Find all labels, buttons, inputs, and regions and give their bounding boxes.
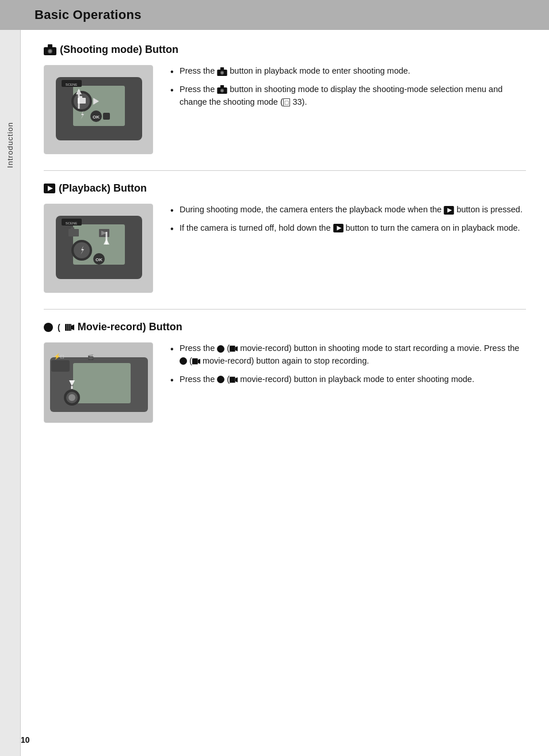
shooting-mode-bullets: Press the button in playback mode to ent… bbox=[169, 65, 526, 114]
shooting-bullet-2: Press the button in shooting mode to dis… bbox=[169, 83, 526, 109]
play-icon bbox=[44, 184, 55, 193]
svg-text:OK: OK bbox=[93, 114, 100, 120]
movie-image: ⚡□ 🎬 bbox=[44, 342, 153, 423]
movie-icon-title bbox=[65, 323, 74, 332]
svg-text:🎬: 🎬 bbox=[87, 354, 94, 361]
section-title-playback: (Playback) Button bbox=[44, 182, 526, 194]
divider-2 bbox=[44, 309, 526, 310]
movie-body: ⚡□ 🎬 Press the ( movie-record) bbox=[44, 342, 526, 423]
svg-marker-75 bbox=[235, 377, 238, 382]
section-movie-record: ( Movie-record) Button bbox=[44, 321, 526, 423]
movie-icon-inline3 bbox=[230, 376, 238, 384]
shooting-mode-body: SCENE OK bbox=[44, 65, 526, 154]
playback-bullets: During shooting mode, the camera enters … bbox=[169, 204, 523, 240]
section-title-movie: ( Movie-record) Button bbox=[44, 321, 526, 333]
header-bar: Basic Operations bbox=[0, 0, 549, 30]
svg-point-67 bbox=[217, 345, 224, 353]
shooting-mode-image: SCENE OK bbox=[44, 65, 153, 154]
playback-image: SCENE OK bbox=[44, 204, 153, 293]
svg-rect-21 bbox=[220, 67, 224, 70]
svg-marker-52 bbox=[71, 324, 74, 330]
svg-rect-36 bbox=[71, 227, 74, 230]
svg-rect-12 bbox=[79, 96, 82, 99]
svg-point-23 bbox=[221, 71, 223, 74]
svg-marker-69 bbox=[235, 346, 238, 352]
movie-bullet-1: Press the ( movie-record) button in shoo… bbox=[169, 342, 526, 368]
circle-icon-inline1 bbox=[217, 345, 224, 353]
svg-rect-71 bbox=[192, 358, 198, 365]
svg-rect-1 bbox=[48, 44, 52, 48]
shooting-bullet-1: Press the button in playback mode to ent… bbox=[169, 65, 526, 78]
shooting-mode-svg: SCENE OK bbox=[44, 66, 153, 154]
svg-rect-25 bbox=[220, 85, 224, 88]
movie-icon-inline2 bbox=[192, 357, 200, 365]
page-number: 10 bbox=[21, 735, 30, 744]
paren-open: ( bbox=[58, 323, 60, 332]
playback-bullet-2: If the camera is turned off, hold down t… bbox=[169, 222, 523, 235]
sidebar-text: Introduction bbox=[6, 122, 14, 168]
book-ref-1: □ bbox=[283, 98, 291, 106]
movie-bullets: Press the ( movie-record) button in shoo… bbox=[169, 342, 526, 391]
svg-rect-74 bbox=[230, 376, 235, 383]
circle-icon-inline3 bbox=[217, 376, 224, 383]
svg-point-3 bbox=[49, 50, 52, 53]
movie-icon-inline1 bbox=[230, 345, 238, 353]
movie-title: Movie-record) Button bbox=[78, 321, 182, 333]
svg-text:SCENE: SCENE bbox=[66, 222, 78, 225]
circle-icon-title bbox=[44, 323, 53, 332]
svg-text:SCENE: SCENE bbox=[66, 83, 78, 86]
svg-rect-59 bbox=[51, 360, 70, 372]
main-content: (Shooting mode) Button SCENE bbox=[21, 30, 549, 462]
svg-point-27 bbox=[221, 90, 223, 92]
section-title-shooting: (Shooting mode) Button bbox=[44, 44, 526, 56]
section-shooting-mode: (Shooting mode) Button SCENE bbox=[44, 44, 526, 154]
svg-rect-17 bbox=[103, 113, 110, 120]
play-icon-inline2 bbox=[333, 224, 344, 232]
shooting-mode-title: (Shooting mode) Button bbox=[60, 44, 178, 56]
svg-marker-72 bbox=[197, 359, 200, 364]
play-icon-inline1 bbox=[444, 206, 454, 215]
movie-svg: ⚡□ 🎬 bbox=[44, 343, 153, 423]
page-title: Basic Operations bbox=[35, 7, 142, 22]
svg-text:OK: OK bbox=[96, 257, 102, 262]
sidebar-label: Introduction bbox=[0, 30, 21, 756]
svg-rect-68 bbox=[230, 346, 235, 352]
divider-1 bbox=[44, 170, 526, 171]
playback-body: SCENE OK bbox=[44, 204, 526, 293]
circle-icon-inline2 bbox=[180, 357, 187, 365]
svg-rect-58 bbox=[73, 363, 131, 403]
camera-icon-inline bbox=[217, 67, 227, 76]
svg-point-50 bbox=[44, 323, 53, 332]
svg-point-73 bbox=[217, 376, 224, 383]
playback-bullet-1: During shooting mode, the camera enters … bbox=[169, 204, 523, 216]
section-playback: (Playback) Button SCENE bbox=[44, 182, 526, 293]
svg-point-70 bbox=[180, 357, 187, 365]
camera-icon-inline2 bbox=[217, 85, 227, 94]
playback-title: (Playback) Button bbox=[59, 182, 147, 194]
svg-point-63 bbox=[68, 394, 75, 401]
playback-svg: SCENE OK bbox=[44, 204, 153, 293]
svg-text:⚡□: ⚡□ bbox=[54, 353, 64, 360]
movie-bullet-2: Press the ( movie-record) button in play… bbox=[169, 373, 526, 386]
camera-icon bbox=[44, 44, 56, 55]
